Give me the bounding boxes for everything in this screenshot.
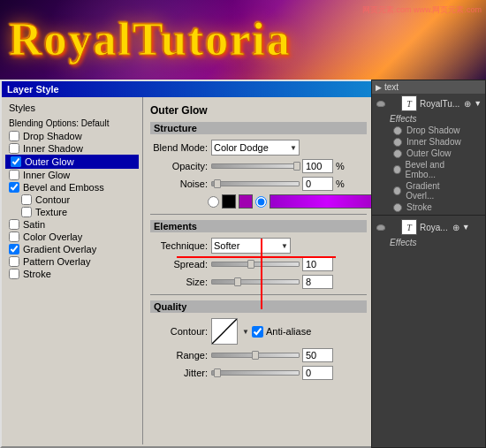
size-thumb[interactable] [234,277,241,286]
contour-arrow[interactable]: ▼ [242,328,249,336]
range-field[interactable] [302,348,333,362]
jitter-field[interactable] [302,366,333,380]
noise-field[interactable] [302,177,333,191]
right-panel: Outer Glow Structure Blend Mode: Color D… [143,97,374,444]
bevel-emboss-checkbox[interactable] [9,182,19,193]
layer-divider [372,215,485,216]
noise-row: Noise: % [150,177,367,191]
inner-glow-item[interactable]: Inner Glow [5,169,139,181]
blend-mode-arrow: ▼ [290,144,297,152]
drop-shadow-label: Drop Shadow [23,131,82,141]
opacity-thumb[interactable] [293,162,300,171]
texture-checkbox[interactable] [21,207,32,217]
satin-item[interactable]: Satin [5,218,139,231]
gradient-overlay-checkbox[interactable] [9,244,19,254]
color-overlay-item[interactable]: Color Overlay [5,231,139,243]
inner-glow-checkbox[interactable] [9,170,19,180]
inner-shadow-checkbox[interactable] [9,143,19,154]
inner-shadow-item[interactable]: Inner Shadow [5,142,139,155]
gradient-overlay-item[interactable]: Gradient Overlay [5,243,139,255]
bevel-emboss-label: Bevel and Emboss [23,182,104,193]
pattern-overlay-item[interactable]: Pattern Overlay [5,255,139,268]
effect-eye-5[interactable] [393,186,401,195]
effect-gradient-label: Gradient Overl... [406,181,464,201]
drop-shadow-checkbox[interactable] [9,131,19,141]
layer2-item[interactable]: T Roya... ⊕ ▼ [372,217,485,237]
spread-input-group [211,257,367,271]
layers-header: ▶ text [372,80,485,94]
layer2-effects-label: Effects [372,237,485,248]
noise-slider[interactable] [211,181,300,186]
layer1-eye[interactable] [375,97,387,110]
stroke-checkbox[interactable] [9,269,19,279]
noise-thumb[interactable] [214,179,221,188]
effect-eye-1[interactable] [393,126,402,135]
size-row: Size: [150,275,367,289]
technique-dropdown[interactable]: Softer ▼ [211,238,291,254]
jitter-thumb[interactable] [214,368,221,377]
dialog-title: Layer Style [2,81,374,97]
blend-mode-dropdown[interactable]: Color Dodge ▼ [211,140,300,156]
effect-bevel-label: Bevel and Embo... [406,160,464,179]
layer1-icon: T [401,95,417,111]
spread-field[interactable] [302,257,333,271]
effect-eye-2[interactable] [393,138,402,147]
layer2-eye[interactable] [375,221,387,233]
noise-label: Noise: [150,178,208,189]
size-slider[interactable] [211,279,300,285]
effect-eye-3[interactable] [393,149,402,158]
elements-subtitle: Elements [150,220,367,232]
pattern-overlay-label: Pattern Overlay [23,256,90,267]
bevel-emboss-item[interactable]: Bevel and Emboss [5,181,139,194]
color-radio[interactable] [208,196,219,208]
jitter-slider[interactable] [211,370,300,376]
texture-item[interactable]: Texture [5,206,139,218]
satin-label: Satin [23,219,45,230]
size-field[interactable] [302,275,333,289]
anti-alias-checkbox[interactable] [252,326,263,338]
stroke-item[interactable]: Stroke [5,268,139,280]
spread-row: Spread: [150,257,367,271]
outer-glow-label: Outer Glow [25,156,74,167]
gradient-bar[interactable] [270,194,374,209]
left-panel: Styles Blending Options: Default Drop Sh… [2,97,143,444]
contour-item[interactable]: Contour [5,194,139,206]
section-title: Outer Glow [150,104,367,117]
contour-preview[interactable] [211,318,238,345]
effect-inner-shadow: Inner Shadow [372,136,485,148]
dialog-body: Styles Blending Options: Default Drop Sh… [2,97,374,444]
range-label: Range: [150,350,208,361]
opacity-slider[interactable] [211,163,300,169]
gradient-radio[interactable] [255,196,267,208]
opacity-unit: % [336,161,345,171]
effect-stroke: Stroke [372,201,485,213]
banner: RoyalTutoria 网页元素.com www.网页元素.com [0,0,486,80]
opacity-input-group: % [211,159,367,173]
spread-thumb[interactable] [247,260,254,269]
satin-checkbox[interactable] [9,219,19,230]
contour-checkbox[interactable] [21,194,32,205]
layer1-item[interactable]: T RoyalTu... ⊕ ▼ [372,94,485,113]
layer1-name: RoyalTu... [420,99,459,109]
outer-glow-item[interactable]: Outer Glow [5,155,139,169]
spread-slider[interactable] [211,262,300,267]
opacity-field[interactable] [302,159,333,173]
pattern-overlay-checkbox[interactable] [9,256,19,267]
effect-stroke-label: Stroke [406,202,432,212]
color-overlay-checkbox[interactable] [9,232,19,242]
range-thumb[interactable] [252,351,259,360]
effect-eye-6[interactable] [393,203,402,212]
purple-swatch[interactable] [239,194,253,209]
effect-outer-glow-label: Outer Glow [406,148,452,158]
effect-bevel: Bevel and Embo... [372,159,485,180]
blending-options-item[interactable]: Blending Options: Default [5,117,139,130]
layer2-link [390,221,399,233]
drop-shadow-item[interactable]: Drop Shadow [5,130,139,142]
outer-glow-checkbox[interactable] [11,156,21,167]
layer2-icon: T [401,219,417,235]
black-swatch[interactable] [222,194,236,209]
range-slider[interactable] [211,353,300,358]
effect-eye-4[interactable] [393,165,401,174]
layer2-blend: ⊕ [452,223,459,232]
blend-mode-value: Color Dodge [214,142,269,153]
